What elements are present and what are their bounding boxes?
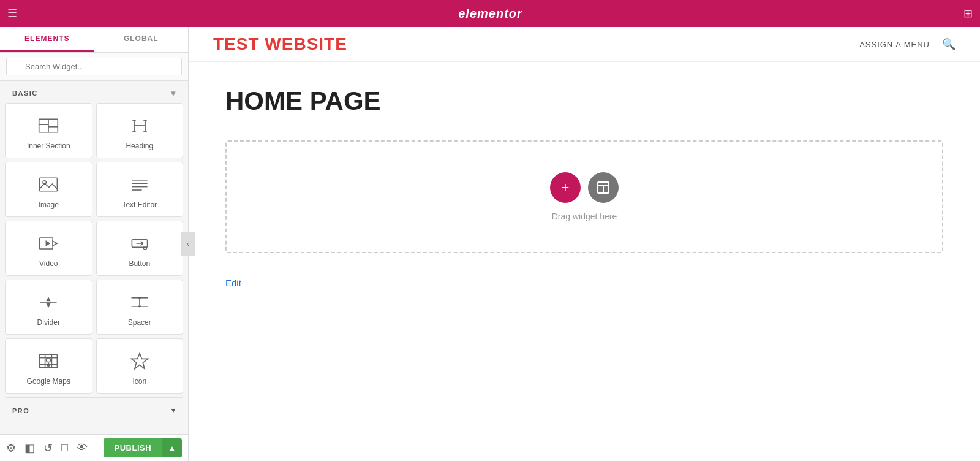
template-icon — [597, 181, 610, 194]
website-header: TEST WEBSITE ASSIGN A MENU 🔍 — [189, 27, 980, 62]
bottom-toolbar: ⚙ ◧ ↺ □ 👁 PUBLISH ▲ — [0, 434, 188, 461]
divider-icon — [37, 291, 59, 313]
grid-icon[interactable]: ⊞ — [963, 7, 973, 20]
preview-icon[interactable]: 👁 — [77, 441, 88, 454]
edit-link[interactable]: Edit — [225, 278, 241, 288]
canvas-area: TEST WEBSITE ASSIGN A MENU 🔍 HOME PAGE + — [189, 27, 980, 461]
history-icon[interactable]: ↺ — [43, 441, 53, 455]
drag-hint: Drag widget here — [552, 211, 617, 221]
main-layout: ELEMENTS GLOBAL BASIC ▾ — [0, 27, 980, 461]
page-content: HOME PAGE + Drag widget here Edit — [189, 62, 980, 461]
widget-heading-label: Heading — [126, 142, 153, 150]
widget-text-editor-label: Text Editor — [122, 200, 157, 209]
drop-zone: + Drag widget here — [225, 140, 943, 253]
svg-marker-19 — [47, 241, 50, 245]
widget-spacer-label: Spacer — [128, 318, 151, 327]
add-template-button[interactable] — [588, 172, 619, 203]
sidebar: ELEMENTS GLOBAL BASIC ▾ — [0, 27, 189, 461]
widget-button-label: Button — [129, 259, 150, 268]
widget-icon[interactable]: Icon — [96, 338, 184, 394]
widget-divider-label: Divider — [37, 318, 60, 327]
publish-group: PUBLISH ▲ — [104, 438, 182, 457]
widget-divider[interactable]: Divider — [5, 280, 92, 335]
svg-point-32 — [47, 358, 51, 362]
widget-video-label: Video — [39, 259, 58, 268]
inner-section-icon — [37, 115, 59, 137]
svg-marker-25 — [47, 303, 51, 308]
assign-menu-link[interactable]: ASSIGN A MENU — [859, 40, 930, 49]
widget-button[interactable]: Button — [96, 221, 184, 276]
sidebar-tabs: ELEMENTS GLOBAL — [0, 27, 188, 53]
header-actions: ASSIGN A MENU 🔍 — [859, 37, 956, 51]
widget-spacer[interactable]: Spacer — [96, 280, 184, 335]
svg-marker-37 — [131, 353, 148, 368]
publish-dropdown-button[interactable]: ▲ — [162, 438, 182, 457]
widget-icon-label: Icon — [132, 377, 146, 386]
sidebar-collapse-handle[interactable]: ‹ — [181, 232, 195, 256]
widget-text-editor[interactable]: Text Editor — [96, 162, 184, 217]
elementor-logo: elementor — [458, 7, 522, 21]
search-input[interactable] — [6, 58, 182, 75]
widget-image[interactable]: Image — [5, 162, 92, 217]
drop-zone-buttons: + — [550, 172, 619, 203]
video-icon — [37, 232, 59, 254]
layers-icon[interactable]: ◧ — [24, 441, 35, 455]
widget-google-maps[interactable]: Google Maps — [5, 338, 92, 394]
widget-heading[interactable]: Heading — [96, 103, 184, 158]
page-heading: HOME PAGE — [225, 86, 943, 116]
widget-video[interactable]: Video — [5, 221, 92, 276]
top-bar: ☰ elementor ⊞ — [0, 0, 980, 27]
basic-chevron-icon: ▾ — [171, 88, 176, 98]
widget-google-maps-label: Google Maps — [27, 377, 70, 386]
basic-section-header[interactable]: BASIC ▾ — [5, 83, 183, 103]
responsive-icon[interactable]: □ — [61, 441, 68, 454]
search-box — [0, 53, 188, 81]
hamburger-icon[interactable]: ☰ — [7, 7, 17, 20]
widget-inner-section[interactable]: Inner Section — [5, 103, 92, 158]
tab-global[interactable]: GLOBAL — [94, 27, 189, 52]
svg-rect-11 — [40, 178, 58, 191]
google-maps-icon — [37, 350, 59, 372]
svg-marker-18 — [53, 241, 57, 245]
settings-icon[interactable]: ⚙ — [6, 441, 16, 455]
tab-elements[interactable]: ELEMENTS — [0, 27, 94, 52]
pro-section: PRO ▾ — [5, 397, 183, 423]
widget-grid-basic: Inner Section Heading — [5, 103, 183, 394]
widget-image-label: Image — [39, 200, 59, 209]
spacer-icon — [129, 291, 151, 313]
publish-button[interactable]: PUBLISH — [104, 438, 163, 457]
svg-marker-24 — [47, 297, 51, 301]
widgets-container: BASIC ▾ Inner Section — [0, 81, 188, 434]
pro-section-header[interactable]: PRO ▾ — [5, 402, 183, 419]
text-editor-icon — [129, 173, 151, 196]
widget-inner-section-label: Inner Section — [27, 142, 70, 150]
pro-section-label: PRO — [12, 407, 29, 414]
button-icon — [129, 232, 151, 254]
pro-chevron-icon: ▾ — [172, 406, 176, 414]
basic-section-label: BASIC — [12, 90, 38, 97]
heading-icon — [129, 115, 151, 137]
add-widget-button[interactable]: + — [550, 172, 581, 203]
svg-point-22 — [143, 246, 146, 250]
search-wrapper — [6, 58, 182, 75]
image-icon — [37, 173, 59, 196]
site-title: TEST WEBSITE — [213, 34, 347, 54]
icon-widget-icon — [129, 350, 151, 372]
search-header-icon[interactable]: 🔍 — [942, 37, 956, 51]
